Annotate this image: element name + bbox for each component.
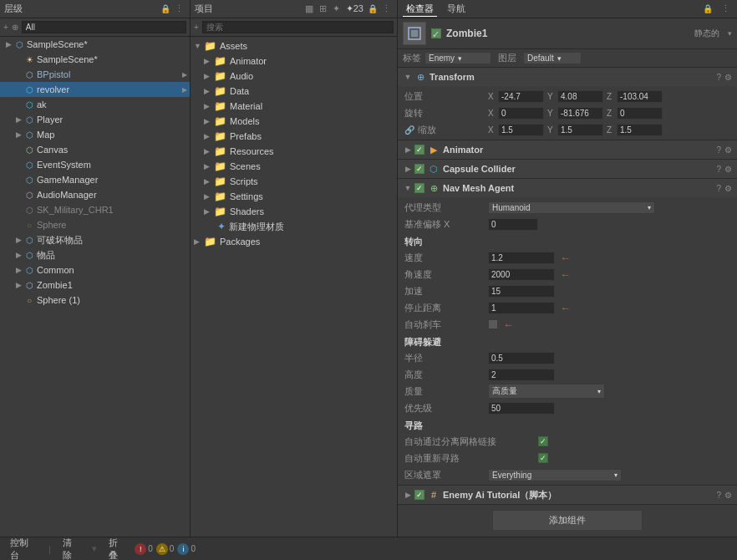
angular-speed-input[interactable]: [488, 268, 555, 281]
capsule-checkbox[interactable]: ✓: [414, 164, 424, 174]
assets-folder[interactable]: ▼ 📁 Assets: [191, 38, 397, 53]
tree-item-items[interactable]: ▶ ⬡ 物品: [0, 247, 190, 262]
scale-x-input[interactable]: [498, 124, 544, 136]
tree-item-audiomanager[interactable]: ⬡ AudioManager: [0, 187, 190, 202]
prefabs-folder[interactable]: ▶ 📁 Prefabs: [191, 129, 397, 144]
priority-input[interactable]: [488, 402, 555, 415]
shaders-folder[interactable]: ▶ 📁 Shaders: [191, 204, 397, 219]
tree-item-canvas[interactable]: ⬡ Canvas: [0, 142, 190, 157]
tree-arrow-z1: ▶: [13, 281, 23, 289]
console-tab[interactable]: 控制台: [5, 535, 42, 561]
nav-mesh-help-icon[interactable]: ?: [716, 184, 721, 193]
hierarchy-add-icon[interactable]: ⊕: [12, 23, 18, 32]
nav-mesh-header[interactable]: ▼ ✓ ⊕ Nav Mesh Agent ? ⚙: [398, 179, 737, 197]
object-active-checkbox[interactable]: ✓: [431, 28, 441, 38]
rot-y-input[interactable]: [557, 107, 603, 120]
rot-z-input[interactable]: [617, 107, 663, 120]
auto-repath-checkbox[interactable]: ✓: [538, 453, 548, 463]
stop-distance-arrow: ←: [560, 302, 571, 314]
warn-badge: ⚠ 0: [156, 543, 175, 555]
enemy-ai-checkbox[interactable]: ✓: [414, 490, 424, 500]
tree-item-map[interactable]: ▶ ⬡ Map: [0, 127, 190, 142]
scenes-folder[interactable]: ▶ 📁 Scenes: [191, 159, 397, 174]
lock-icon[interactable]: 🔒: [160, 4, 170, 13]
tag-dropdown[interactable]: Enemy: [424, 52, 491, 64]
project-lock-icon[interactable]: 🔒: [368, 4, 378, 13]
height-input[interactable]: [488, 369, 555, 381]
audio-folder[interactable]: ▶ 📁 Audio: [191, 69, 397, 84]
project-search-input[interactable]: [202, 21, 394, 33]
base-offset-input[interactable]: [488, 218, 538, 231]
tree-item-common[interactable]: ▶ ⬡ Common: [0, 262, 190, 277]
tree-item-sk-military[interactable]: ⬡ SK_Military_CHR1: [0, 202, 190, 217]
static-dropdown-arrow[interactable]: ▾: [728, 29, 732, 38]
new-material-item[interactable]: ✦ 新建物理材质: [191, 219, 397, 234]
animator-folder[interactable]: ▶ 📁 Animator: [191, 53, 397, 69]
tree-item-player[interactable]: ▶ ⬡ Player: [0, 112, 190, 127]
layer-dropdown[interactable]: Default: [523, 52, 582, 64]
tab-navigation[interactable]: 导航: [444, 2, 469, 16]
material-folder[interactable]: ▶ 📁 Material: [191, 99, 397, 114]
speed-input[interactable]: [488, 252, 555, 264]
hierarchy-search-input[interactable]: [22, 21, 186, 33]
quality-dropdown[interactable]: 高质量: [488, 384, 605, 399]
resources-folder[interactable]: ▶ 📁 Resources: [191, 144, 397, 159]
tree-item-sphere1[interactable]: ○ Sphere (1): [0, 293, 190, 308]
settings-folder[interactable]: ▶ 📁 Settings: [191, 189, 397, 204]
hierarchy-menu-icon[interactable]: ⋮: [173, 3, 186, 15]
agent-type-dropdown[interactable]: Humanoid: [488, 201, 655, 214]
pos-x-input[interactable]: [498, 90, 544, 103]
pos-z-input[interactable]: [617, 90, 663, 103]
tree-item-bppistol[interactable]: ⬡ BPpistol ▶: [0, 67, 190, 82]
tree-item-eventsystem[interactable]: ⬡ EventSystem: [0, 157, 190, 172]
tree-item-sphere-disabled[interactable]: ○ Sphere: [0, 217, 190, 232]
tree-item-breakables[interactable]: ▶ ⬡ 可破坏物品: [0, 232, 190, 247]
project-icon1[interactable]: ▦: [303, 3, 315, 15]
inspector-menu-icon[interactable]: ⋮: [719, 3, 732, 15]
tree-item-ak[interactable]: ⬡ ak: [0, 97, 190, 112]
enemy-ai-help-icon[interactable]: ?: [716, 491, 721, 500]
transform-help-icon[interactable]: ?: [716, 73, 721, 82]
packages-folder[interactable]: ▶ 📁 Packages: [191, 234, 397, 249]
auto-traverse-checkbox[interactable]: ✓: [538, 436, 548, 446]
nav-mesh-settings-icon[interactable]: ⚙: [724, 184, 732, 193]
animator-header[interactable]: ▶ ✓ ▶ Animator ? ⚙: [398, 140, 737, 159]
project-icon3[interactable]: ✦: [331, 3, 342, 15]
enemy-ai-settings-icon[interactable]: ⚙: [724, 491, 732, 500]
stop-distance-input[interactable]: [488, 302, 555, 314]
collapse-btn[interactable]: 折叠: [104, 535, 131, 561]
tree-item-gamemanager[interactable]: ⬡ GameManager: [0, 172, 190, 187]
animator-checkbox[interactable]: ✓: [414, 145, 424, 155]
tree-item-samplescene[interactable]: ▶ ⬡ SampleScene*: [0, 37, 190, 52]
pos-y-input[interactable]: [557, 90, 603, 103]
area-mask-dropdown[interactable]: Everything: [488, 469, 622, 481]
capsule-help-icon[interactable]: ?: [716, 165, 721, 174]
tree-item-directional-light[interactable]: ☀ SampleScene*: [0, 52, 190, 67]
data-folder[interactable]: ▶ 📁 Data: [191, 84, 397, 99]
animator-help-icon[interactable]: ?: [716, 145, 721, 155]
animator-settings-icon[interactable]: ⚙: [724, 145, 732, 155]
add-component-button[interactable]: 添加组件: [492, 510, 643, 531]
project-icon2[interactable]: ⊞: [318, 3, 328, 15]
tree-item-zombie1[interactable]: ▶ ⬡ Zombie1: [0, 277, 190, 293]
project-add-icon[interactable]: +: [194, 23, 199, 32]
tree-item-revolver[interactable]: ⬡ revolver ▶: [0, 82, 190, 97]
nav-mesh-checkbox[interactable]: ✓: [414, 183, 424, 193]
auto-brake-checkbox[interactable]: [488, 319, 498, 329]
capsule-settings-icon[interactable]: ⚙: [724, 165, 732, 174]
transform-header[interactable]: ▼ ⊕ Transform ? ⚙: [398, 68, 737, 86]
tab-inspector[interactable]: 检查器: [403, 2, 437, 17]
inspector-lock-icon[interactable]: 🔒: [703, 4, 713, 13]
project-menu-icon[interactable]: ⋮: [380, 3, 393, 15]
rot-x-input[interactable]: [498, 107, 544, 120]
models-folder[interactable]: ▶ 📁 Models: [191, 114, 397, 129]
scale-z-input[interactable]: [617, 124, 663, 136]
scale-y-input[interactable]: [557, 124, 603, 136]
capsule-collider-header[interactable]: ▶ ✓ ⬡ Capsule Collider ? ⚙: [398, 160, 737, 178]
transform-settings-icon[interactable]: ⚙: [724, 73, 732, 82]
acceleration-input[interactable]: [488, 285, 555, 298]
scripts-folder[interactable]: ▶ 📁 Scripts: [191, 174, 397, 189]
enemy-ai-header[interactable]: ▶ ✓ # Enemy Ai Tutorial（脚本） ? ⚙: [398, 486, 737, 504]
radius-input[interactable]: [488, 352, 555, 364]
clear-btn[interactable]: 清除: [58, 535, 85, 561]
